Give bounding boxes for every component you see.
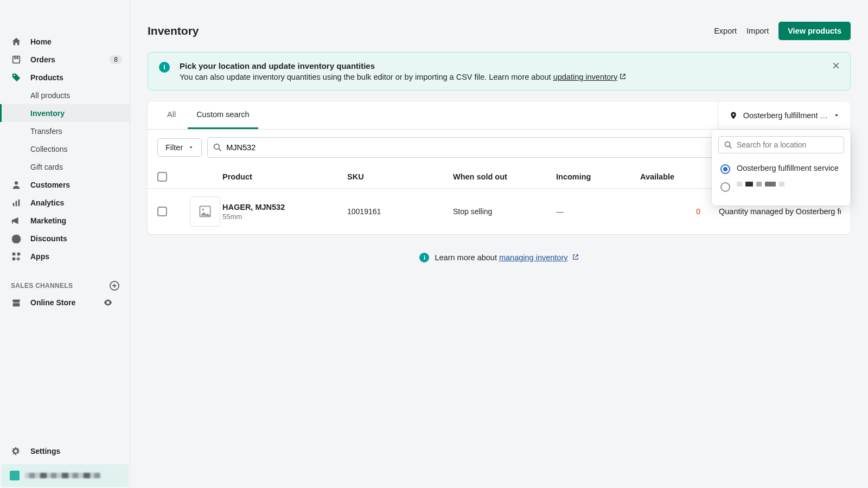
store-avatar: [10, 471, 20, 480]
chevron-down-icon: [833, 112, 840, 119]
svg-point-1: [15, 181, 18, 184]
sidebar-item-customers[interactable]: Customers: [0, 176, 130, 194]
cell-available: 0: [640, 207, 719, 216]
managing-inventory-link[interactable]: managing inventory: [499, 253, 568, 262]
banner-close-button[interactable]: [829, 59, 843, 72]
sidebar-item-settings[interactable]: Settings: [0, 439, 130, 463]
sidebar-item-label: Apps: [30, 252, 122, 261]
search-icon: [213, 143, 222, 152]
store-icon: [11, 297, 22, 308]
redacted-option-label: [737, 182, 784, 187]
cell-qty-message: Quantity managed by Oosterberg fulfillme…: [719, 207, 841, 216]
banner-link[interactable]: updating inventory: [553, 73, 618, 81]
info-icon: i: [159, 62, 170, 73]
product-image-placeholder: [190, 196, 220, 227]
svg-rect-7: [12, 252, 15, 255]
analytics-icon: [11, 197, 22, 208]
sidebar-item-label: Home: [30, 37, 122, 46]
megaphone-icon: [11, 215, 22, 226]
search-input[interactable]: [222, 143, 767, 152]
chevron-down-icon: [188, 145, 194, 150]
sidebar-item-orders[interactable]: Orders 8: [0, 50, 130, 68]
product-variant: 55mm: [222, 213, 347, 221]
external-link-icon: [572, 254, 579, 260]
sales-channels-heading: SALES CHANNELS: [0, 278, 130, 293]
main-content: Inventory Export Import View products i …: [130, 0, 868, 488]
banner-text: You can also update inventory quantities…: [180, 73, 626, 81]
sidebar-sub-collections[interactable]: Collections: [0, 140, 130, 158]
orders-icon: [11, 54, 22, 65]
svg-point-11: [214, 144, 220, 150]
user-icon: [11, 179, 22, 190]
cell-when-sold-out: Stop selling: [453, 207, 556, 216]
eye-icon[interactable]: [103, 297, 113, 308]
banner-title: Pick your location and update inventory …: [180, 61, 626, 70]
orders-badge: 8: [110, 55, 122, 64]
import-button[interactable]: Import: [746, 27, 769, 35]
location-option[interactable]: [718, 178, 844, 196]
external-link-icon: [620, 73, 626, 80]
discount-icon: [11, 233, 22, 244]
sidebar-item-label: Online Store: [30, 298, 103, 307]
sidebar-item-label: Marketing: [30, 216, 122, 225]
tab-all[interactable]: All: [158, 101, 184, 129]
sidebar-item-products[interactable]: Products: [0, 68, 130, 86]
learn-more-footer: i Learn more about managing inventory: [148, 253, 851, 262]
svg-rect-2: [13, 203, 15, 206]
sidebar-item-discounts[interactable]: Discounts: [0, 229, 130, 247]
info-icon: i: [419, 253, 429, 262]
location-selector[interactable]: Oosterberg fulfillment …: [718, 101, 851, 129]
svg-rect-9: [12, 257, 15, 260]
svg-point-13: [202, 209, 205, 211]
sidebar: Home Orders 8 Products All products Inve…: [0, 0, 130, 488]
tab-custom-search[interactable]: Custom search: [188, 101, 258, 129]
sidebar-item-home[interactable]: Home: [0, 33, 130, 50]
store-footer[interactable]: [1, 464, 129, 487]
radio-icon: [720, 164, 730, 174]
svg-point-6: [17, 239, 18, 240]
svg-rect-8: [17, 252, 20, 255]
sidebar-item-marketing[interactable]: Marketing: [0, 211, 130, 229]
cell-sku: 10019161: [347, 207, 453, 216]
search-icon: [724, 141, 732, 149]
location-search[interactable]: [718, 136, 844, 153]
radio-icon: [720, 182, 730, 192]
select-all-checkbox[interactable]: [157, 172, 167, 182]
cell-incoming: —: [556, 207, 640, 216]
sidebar-sub-allproducts[interactable]: All products: [0, 86, 130, 104]
page-title: Inventory: [148, 24, 199, 37]
sidebar-sub-inventory[interactable]: Inventory: [0, 104, 130, 122]
location-option[interactable]: Oosterberg fulfillment service: [718, 160, 844, 178]
add-channel-button[interactable]: [109, 280, 120, 291]
col-available: Available: [640, 172, 719, 181]
sidebar-item-label: Products: [30, 73, 122, 82]
filter-button[interactable]: Filter: [157, 138, 202, 157]
inventory-card: All Custom search Oosterberg fulfillment…: [148, 101, 851, 234]
apps-icon: [11, 251, 22, 262]
gear-icon: [11, 446, 22, 456]
sidebar-item-label: Discounts: [30, 234, 122, 243]
location-search-input[interactable]: [737, 140, 838, 149]
sidebar-item-analytics[interactable]: Analytics: [0, 194, 130, 211]
col-incoming: Incoming: [556, 172, 640, 181]
svg-rect-3: [16, 201, 17, 206]
sidebar-item-onlinestore[interactable]: Online Store: [0, 293, 130, 311]
sidebar-item-apps[interactable]: Apps: [0, 247, 130, 265]
info-banner: i Pick your location and update inventor…: [148, 52, 851, 91]
view-products-button[interactable]: View products: [778, 22, 851, 40]
store-name-placeholder: [25, 473, 101, 478]
col-product: Product: [222, 172, 347, 181]
search-input-wrap[interactable]: [207, 137, 773, 158]
tag-icon: [11, 72, 22, 83]
row-checkbox[interactable]: [157, 207, 167, 216]
pin-icon: [729, 111, 738, 120]
product-name: HAGER, MJN532: [222, 203, 347, 211]
col-when-sold-out: When sold out: [453, 172, 556, 181]
sidebar-sub-giftcards[interactable]: Gift cards: [0, 158, 130, 176]
location-popover: Oosterberg fulfillment service: [712, 130, 851, 206]
svg-point-14: [725, 142, 730, 146]
sidebar-item-label: Analytics: [30, 198, 122, 207]
sidebar-sub-transfers[interactable]: Transfers: [0, 122, 130, 140]
export-button[interactable]: Export: [714, 27, 737, 35]
home-icon: [11, 36, 22, 47]
